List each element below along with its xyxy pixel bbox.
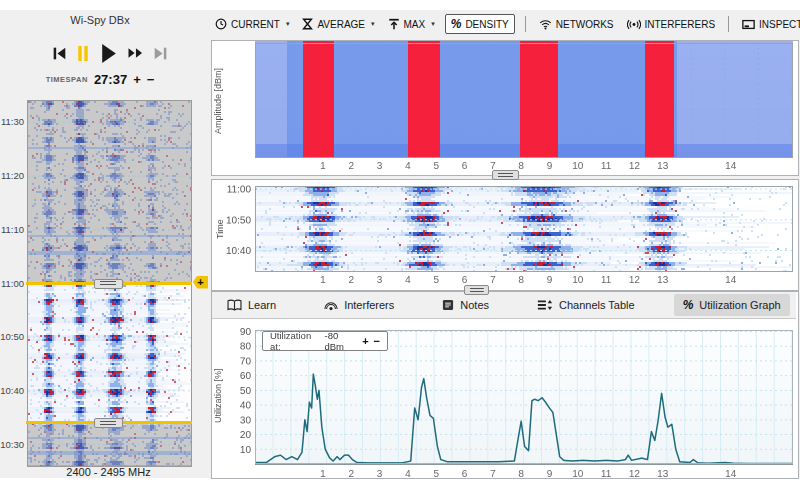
chevron-down-icon: ▾ [371,20,375,28]
timespan-value: 27:37 [94,72,127,87]
hourglass-icon [302,18,313,30]
toolbar-button-average[interactable]: AVERAGE▾ [299,16,377,32]
chanalyzer-window: Wi-Spy DBx TIMESPAN 27:37 + − 11:3011:20… [0,0,800,500]
selection-end-line[interactable] [26,421,192,424]
tab-utilization-graph[interactable]: %Utilization Graph [674,294,790,316]
density-view-panel [211,40,799,176]
session-time-tick: 10:30 [0,439,24,450]
session-time-tick: 11:10 [0,224,24,235]
skip-start-button[interactable] [52,46,67,61]
skip-end-button[interactable] [153,46,168,61]
interferer-waves-icon [627,19,641,30]
clock-icon [215,18,227,30]
utilization-threshold-label: Utilization at: [270,330,319,352]
tab-notes[interactable]: Notes [433,295,498,315]
toolbar-button-label: MAX [404,19,426,30]
tab-label: Notes [460,299,489,311]
transport-controls [38,40,182,66]
max-icon [388,18,400,30]
session-time-tick: 11:30 [0,116,24,127]
utilization-threshold-value: -80 dBm [324,330,357,352]
waterfall-view-panel [211,179,799,291]
tab-label: Learn [248,299,276,311]
selection-end-handle[interactable] [94,418,123,428]
device-title: Wi-Spy DBx [10,14,190,26]
session-time-tick: 10:40 [0,385,24,396]
selection-start-line[interactable] [26,282,192,285]
toolbar-button-interferers[interactable]: INTERFERERS [624,17,719,32]
utilization-threshold-control: Utilization at: -80 dBm + − [262,331,388,351]
notes-icon [442,299,454,311]
tab-learn[interactable]: Learn [218,295,285,315]
tab-label: Channels Table [559,299,635,311]
toolbar-button-label: DENSITY [465,19,508,30]
timespan-label: TIMESPAN [46,75,88,84]
toolbar-button-label: INTERFERERS [645,19,716,30]
session-time-tick: 11:00 [0,278,24,289]
session-time-tick: 11:20 [0,170,24,181]
detail-panel: LearnInterferersNotesChannels Table%Util… [211,291,799,479]
interferer-dome-icon [324,299,338,311]
pause-icon [76,45,90,62]
chevron-down-icon: ▾ [431,20,435,28]
timespan-decrease-button[interactable]: − [147,75,155,85]
tab-label: Utilization Graph [699,299,780,311]
fast-forward-button[interactable] [127,46,144,60]
toolbar-button-inspector[interactable]: INSPECTOR [739,17,800,32]
channels-table-icon [537,299,553,311]
toolbar-button-networks[interactable]: NETWORKS [536,17,617,32]
time-axis-label: Time [215,196,225,262]
tab-label: Interferers [344,299,394,311]
session-time-tick: 10:50 [0,331,24,342]
toolbar-button-current[interactable]: CURRENT▾ [212,16,292,32]
threshold-decrease-button[interactable]: − [374,335,380,347]
percent-icon: % [451,17,462,31]
waterfall-bottom-splitter[interactable] [464,285,489,295]
timespan-row: TIMESPAN 27:37 + − [10,72,190,87]
view-toolbar: CURRENT▾AVERAGE▾MAX▾%DENSITYNETWORKSINTE… [212,13,800,35]
wifi-icon [539,19,552,30]
book-icon [227,299,242,311]
toolbar-button-density[interactable]: %DENSITY [445,14,515,34]
skip-start-icon [52,46,67,61]
toolbar-button-label: CURRENT [231,19,280,30]
tab-channels-table[interactable]: Channels Table [528,295,644,315]
threshold-increase-button[interactable]: + [362,335,368,347]
toolbar-button-label: AVERAGE [317,19,365,30]
selection-start-handle[interactable] [94,279,123,289]
timespan-increase-button[interactable]: + [133,75,141,85]
skip-end-icon [153,46,168,61]
play-button[interactable] [99,43,118,64]
frequency-range-label: 2400 - 2495 MHz [27,466,190,478]
toolbar-separator [728,16,729,32]
toolbar-button-label: INSPECTOR [759,19,800,30]
tab-interferers[interactable]: Interferers [315,295,403,315]
chevron-down-icon: ▾ [286,20,290,28]
play-icon [99,43,118,64]
utilization-axis-label: Utilization [%] [213,350,223,442]
density-chart[interactable] [212,41,796,173]
waterfall-chart[interactable] [212,180,796,288]
toolbar-separator [525,16,526,32]
detail-tabs: LearnInterferersNotesChannels Table%Util… [212,292,796,319]
toolbar-button-max[interactable]: MAX▾ [385,16,438,32]
amplitude-axis-label: Amplitude [dBm] [213,46,223,156]
inspector-icon [742,19,755,30]
percent-icon: % [683,298,694,312]
toolbar-button-label: NETWORKS [556,19,614,30]
density-waterfall-splitter[interactable] [492,170,519,180]
fast-forward-icon [127,46,144,60]
pause-button[interactable] [76,45,90,62]
